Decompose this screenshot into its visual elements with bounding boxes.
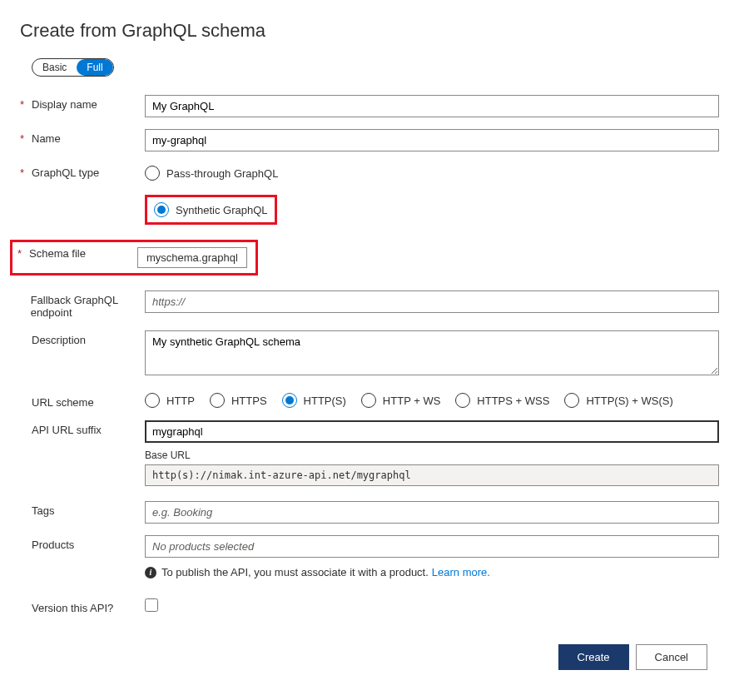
products-input[interactable] bbox=[145, 535, 719, 558]
version-checkbox[interactable] bbox=[145, 598, 158, 612]
radio-synthetic[interactable] bbox=[154, 202, 169, 217]
display-name-label: Display name bbox=[32, 98, 97, 111]
required-marker: * bbox=[20, 132, 28, 145]
version-label: Version this API? bbox=[32, 602, 113, 614]
url-scheme-https[interactable]: HTTPS bbox=[210, 393, 267, 408]
tags-input[interactable] bbox=[145, 501, 719, 524]
toggle-basic[interactable]: Basic bbox=[32, 59, 77, 76]
info-text: To publish the API, you must associate i… bbox=[161, 566, 429, 578]
url-scheme-label: URL scheme bbox=[32, 396, 94, 409]
info-icon: i bbox=[145, 567, 156, 578]
fallback-input[interactable] bbox=[145, 290, 719, 313]
radio-synthetic-label: Synthetic GraphQL bbox=[176, 204, 268, 216]
products-info: i To publish the API, you must associate… bbox=[145, 566, 719, 578]
create-button[interactable]: Create bbox=[558, 644, 629, 670]
url-scheme-http[interactable]: HTTP bbox=[145, 393, 195, 408]
learn-more-link[interactable]: Learn more. bbox=[432, 566, 490, 578]
schema-file-label: Schema file bbox=[29, 247, 137, 260]
tags-label: Tags bbox=[32, 504, 54, 517]
name-input[interactable] bbox=[145, 129, 719, 151]
graphql-type-passthrough[interactable]: Pass-through GraphQL bbox=[145, 163, 719, 183]
schema-file-button[interactable]: myschema.graphql bbox=[137, 247, 247, 268]
toggle-full[interactable]: Full bbox=[77, 59, 112, 76]
cancel-button[interactable]: Cancel bbox=[636, 644, 707, 670]
fallback-label: Fallback GraphQL endpoint bbox=[31, 294, 145, 319]
products-label: Products bbox=[32, 539, 74, 551]
view-toggle: Basic Full bbox=[32, 58, 114, 77]
url-scheme-http-s[interactable]: HTTP(S) bbox=[282, 393, 346, 408]
radio-passthrough[interactable] bbox=[145, 166, 160, 181]
schema-file-highlight: * Schema file myschema.graphql bbox=[10, 240, 258, 276]
graphql-type-label: GraphQL type bbox=[32, 166, 99, 179]
url-scheme-https-wss[interactable]: HTTPS + WSS bbox=[455, 393, 549, 408]
api-url-suffix-input[interactable] bbox=[145, 420, 719, 443]
required-marker: * bbox=[17, 247, 26, 260]
page-title: Create from GraphQL schema bbox=[20, 20, 719, 42]
required-marker: * bbox=[20, 166, 28, 179]
url-scheme-http-s-ws-s[interactable]: HTTP(S) + WS(S) bbox=[564, 393, 672, 408]
display-name-input[interactable] bbox=[145, 95, 719, 117]
api-url-suffix-label: API URL suffix bbox=[32, 424, 102, 436]
base-url-label: Base URL bbox=[145, 449, 719, 461]
base-url-display: http(s)://nimak.int-azure-api.net/mygrap… bbox=[145, 464, 719, 486]
url-scheme-http-ws[interactable]: HTTP + WS bbox=[361, 393, 440, 408]
radio-passthrough-label: Pass-through GraphQL bbox=[166, 167, 278, 180]
name-label: Name bbox=[32, 132, 61, 145]
description-label: Description bbox=[32, 334, 86, 346]
required-marker: * bbox=[20, 98, 28, 111]
synthetic-highlight: Synthetic GraphQL bbox=[145, 195, 277, 225]
description-input[interactable]: My synthetic GraphQL schema bbox=[145, 330, 719, 375]
